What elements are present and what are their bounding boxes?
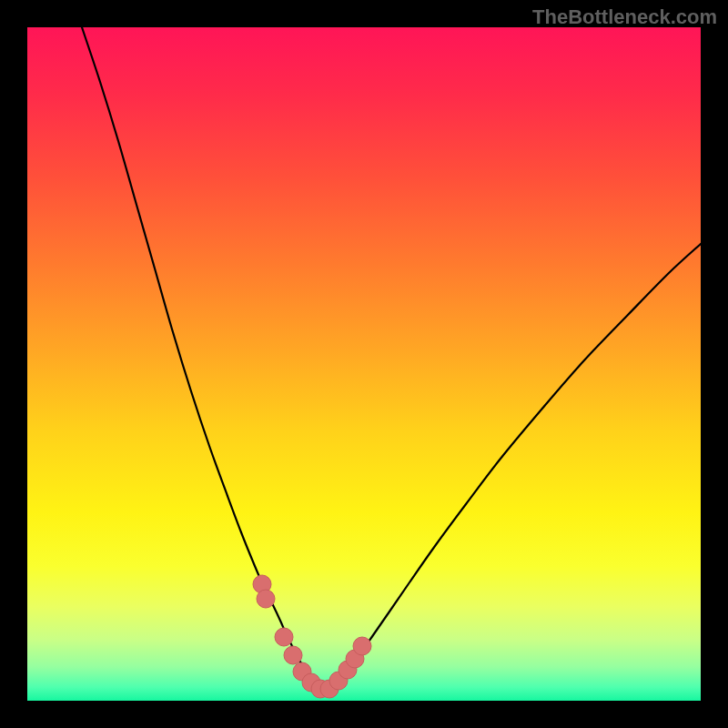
marker-dot — [284, 646, 302, 664]
marker-dot — [275, 628, 293, 646]
right-curve — [324, 244, 701, 689]
marker-dot — [257, 590, 275, 608]
chart-svg — [27, 27, 701, 701]
chart-frame: TheBottleneck.com — [0, 0, 728, 728]
watermark-text: TheBottleneck.com — [532, 5, 717, 29]
marker-dot — [353, 637, 371, 655]
plot-area — [27, 27, 701, 701]
left-curve — [82, 27, 324, 689]
marker-group — [253, 575, 371, 698]
